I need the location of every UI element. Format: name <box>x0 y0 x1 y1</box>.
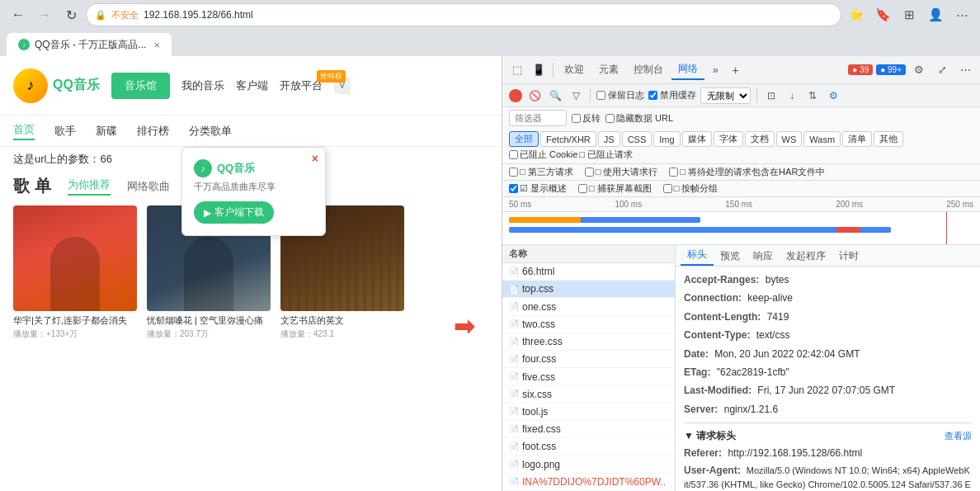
file-item-ina[interactable]: 📄 INA%7DDIJO%7DJIDT%60PW.. <box>502 474 675 491</box>
file-item-onecss[interactable]: 📄 one.css <box>502 298 675 315</box>
group-by-frame-checkbox[interactable] <box>663 184 672 193</box>
star-button[interactable]: ⭐ <box>845 3 868 26</box>
third-party-label[interactable]: □ 第三方请求 <box>509 166 573 178</box>
ftype-js[interactable]: JS <box>598 131 620 147</box>
disable-cache-checkbox[interactable] <box>648 91 657 100</box>
dt-sort-btn[interactable]: ⇅ <box>804 87 821 104</box>
disable-cache-label[interactable]: 禁用缓存 <box>648 89 696 102</box>
dt-clear-btn[interactable]: 🚫 <box>526 87 543 104</box>
address-bar[interactable]: 🔒 不安全 192.168.195.128/66.html <box>86 3 841 26</box>
dt-more-btn[interactable]: ⋯ <box>955 60 975 80</box>
dt-filter-btn[interactable]: ▽ <box>568 87 584 104</box>
ftype-doc[interactable]: 文档 <box>745 131 775 147</box>
ftype-clear[interactable]: 清单 <box>842 131 872 147</box>
popup-close-btn[interactable]: × <box>312 152 318 165</box>
waiting-har-label[interactable]: □ 将待处理的请求包含在HAR文件中 <box>669 166 825 178</box>
ftype-all[interactable]: 全部 <box>509 131 539 147</box>
dt-record-btn[interactable] <box>509 89 522 102</box>
subnav-rank[interactable]: 排行榜 <box>137 124 169 139</box>
dt-new-tab-btn[interactable]: + <box>727 61 745 79</box>
file-item-twocss[interactable]: 📄 two.css <box>502 316 675 333</box>
forward-button[interactable]: → <box>33 3 56 26</box>
filter-input[interactable] <box>509 110 567 126</box>
hide-data-label[interactable]: 隐藏数据 URL <box>605 112 673 125</box>
ftype-ws[interactable]: WS <box>776 131 803 147</box>
subnav-singer[interactable]: 歌手 <box>54 124 76 139</box>
back-button[interactable]: ← <box>7 3 30 26</box>
ftype-other[interactable]: 其他 <box>874 131 903 147</box>
dt-tab-welcome[interactable]: 欢迎 <box>558 60 591 79</box>
tab-grid-button[interactable]: ⊞ <box>898 3 921 26</box>
file-item-footcss[interactable]: 📄 foot.css <box>502 438 675 456</box>
blocked-cookie-checkbox[interactable] <box>509 150 518 159</box>
dt-search-btn[interactable]: 🔍 <box>547 87 563 104</box>
popup-download-btn[interactable]: ▶ 客户端下载 <box>194 201 274 224</box>
more-button[interactable]: ⋯ <box>950 3 973 26</box>
nav-main-btn[interactable]: 音乐馆 <box>111 73 170 99</box>
file-item-logopng[interactable]: 📄 logo.png <box>502 456 675 474</box>
third-party-checkbox[interactable] <box>509 168 518 177</box>
show-overview-checkbox[interactable] <box>509 184 518 193</box>
rp-tab-preview[interactable]: 预览 <box>714 247 747 266</box>
subnav-home[interactable]: 首页 <box>13 122 35 140</box>
dt-device-btn[interactable]: 📱 <box>529 60 549 80</box>
file-item-sixcss[interactable]: 📄 six.css <box>502 386 675 404</box>
preserve-log-label[interactable]: 保留日志 <box>596 89 644 102</box>
large-request-checkbox[interactable] <box>585 168 594 177</box>
file-item-threecss[interactable]: 📄 three.css <box>502 333 675 351</box>
file-item-fixedcss[interactable]: 📄 fixed.css <box>502 421 675 438</box>
dt-share-btn[interactable]: ⤢ <box>932 60 952 80</box>
group-by-frame-label[interactable]: □ 按帧分组 <box>663 182 719 195</box>
file-item-tooljs[interactable]: 📄 tool.js <box>502 404 675 421</box>
hide-data-checkbox[interactable] <box>605 114 615 123</box>
card-1[interactable]: 华宇|关了灯,连影子都会消失 播放量：+133+万 <box>13 205 137 340</box>
rp-tab-response[interactable]: 响应 <box>747 247 780 266</box>
reverse-checkbox[interactable] <box>572 114 581 123</box>
nav-client[interactable]: 客户端 <box>236 78 268 93</box>
dt-gear-btn[interactable]: ⚙ <box>909 60 929 80</box>
dt-export-btn[interactable]: ↓ <box>784 87 800 104</box>
large-request-label[interactable]: □ 使用大请求行 <box>585 166 658 178</box>
view-source-link[interactable]: 查看源 <box>945 430 972 442</box>
dt-inspect-btn[interactable]: ⬚ <box>507 60 527 80</box>
file-item-66html[interactable]: 📄 66.html <box>502 263 675 281</box>
subnav-new[interactable]: 新碟 <box>96 124 117 139</box>
active-tab[interactable]: ♪ QQ音乐 - 千万正版高品... × <box>7 33 172 56</box>
file-item-topcss[interactable]: 📄 top.css <box>502 281 675 298</box>
dt-tab-console[interactable]: 控制台 <box>627 60 670 79</box>
capture-screenshot-label[interactable]: □ 捕获屏幕截图 <box>578 182 652 195</box>
ftype-fetch[interactable]: Fetch/XHR <box>540 131 596 147</box>
rp-tab-headers[interactable]: 标头 <box>681 245 714 266</box>
dt-tab-network[interactable]: 网络 <box>671 59 704 80</box>
ftype-font[interactable]: 字体 <box>714 131 743 147</box>
subnav-category[interactable]: 分类歌单 <box>189 124 232 139</box>
waiting-har-checkbox[interactable] <box>669 168 678 177</box>
show-overview-label[interactable]: ☑ 显示概述 <box>509 182 567 195</box>
throttle-select[interactable]: 无限制 <box>700 87 751 104</box>
refresh-button[interactable]: ↻ <box>59 3 82 26</box>
rp-tab-timing[interactable]: 计时 <box>832 247 865 266</box>
ftype-media[interactable]: 媒体 <box>682 131 712 147</box>
file-item-fivecss[interactable]: 📄 five.css <box>502 368 675 385</box>
blocked-cookie-label[interactable]: 已阻止 Cookie <box>509 149 577 161</box>
song-tab-recommend[interactable]: 为你推荐 <box>68 177 111 196</box>
ftype-img[interactable]: Img <box>653 131 680 147</box>
ftype-css[interactable]: CSS <box>622 131 653 147</box>
tab-close-icon[interactable]: × <box>153 39 160 51</box>
dt-tab-elements[interactable]: 元素 <box>592 60 625 79</box>
file-item-fourcss[interactable]: 📄 four.css <box>502 351 675 368</box>
dt-settings-btn[interactable]: ⚙ <box>825 87 841 104</box>
capture-screenshot-checkbox[interactable] <box>578 184 587 193</box>
request-headers-title-row[interactable]: ▼ 请求标头 查看源 <box>684 427 972 446</box>
dt-tab-more[interactable]: » <box>706 62 725 78</box>
nav-open-platform[interactable]: 开放平台 抢特权 <box>280 78 323 93</box>
rp-tab-initiator[interactable]: 发起程序 <box>780 247 832 266</box>
preserve-log-checkbox[interactable] <box>596 91 605 100</box>
nav-my-music[interactable]: 我的音乐 <box>181 78 224 93</box>
bookmark-button[interactable]: 🔖 <box>871 3 894 26</box>
song-tab-online[interactable]: 网络歌曲 <box>127 179 170 194</box>
ftype-wasm[interactable]: Wasm <box>803 131 841 147</box>
reverse-label[interactable]: 反转 <box>572 112 601 125</box>
dt-import-btn[interactable]: ⊡ <box>763 87 780 104</box>
profile-button[interactable]: 👤 <box>924 3 947 26</box>
